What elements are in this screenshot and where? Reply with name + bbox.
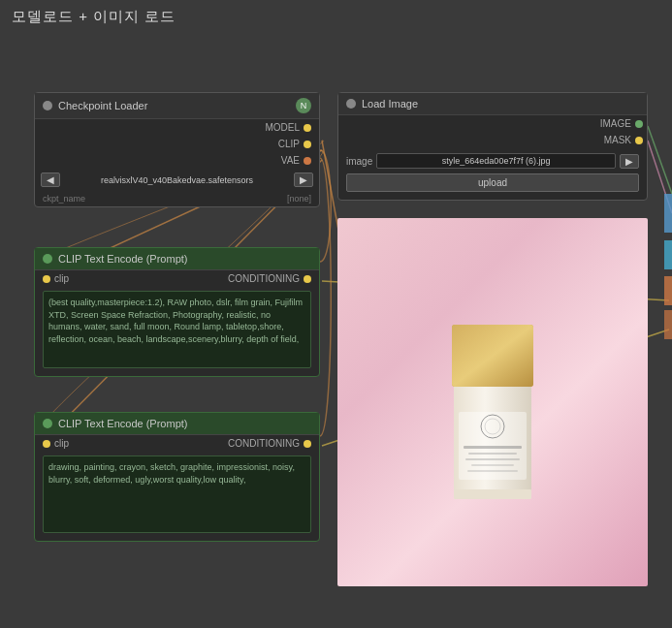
load-image-header: Load Image (338, 93, 647, 115)
next-model-button[interactable]: ▶ (294, 173, 313, 187)
image-input-label: image (346, 156, 372, 167)
svg-rect-21 (664, 240, 672, 269)
checkpoint-header: Checkpoint Loader N (35, 93, 319, 119)
clip-1-port-row: clip CONDITIONING (35, 270, 319, 287)
clip-2-header: CLIP Text Encode (Prompt) (35, 413, 319, 435)
model-output-port (304, 124, 311, 132)
clip-1-input-side: clip (43, 273, 69, 284)
vae-port-row: VAE (35, 152, 319, 169)
checkpoint-status-dot (43, 101, 52, 110)
clip-2-conditioning-label: CONDITIONING (228, 438, 300, 449)
svg-rect-17 (471, 464, 514, 466)
clip-text-encode-node-2: CLIP Text Encode (Prompt) clip CONDITION… (34, 412, 320, 542)
svg-rect-18 (467, 470, 518, 472)
vae-port-label: VAE (281, 155, 300, 166)
clip-1-status-dot (43, 254, 52, 264)
clip-1-output-side: CONDITIONING (228, 273, 311, 284)
clip-2-output-side: CONDITIONING (228, 438, 311, 449)
clip-1-output-port (304, 275, 311, 283)
clip-output-port (304, 141, 311, 148)
mask-out-port-row: MASK (338, 132, 647, 148)
image-nav-button[interactable]: ▶ (620, 154, 639, 169)
vae-output-port (304, 157, 311, 165)
clip-2-port-row: clip CONDITIONING (35, 435, 319, 452)
clip-2-status-dot (43, 419, 52, 428)
mask-output-port (635, 137, 643, 144)
svg-rect-16 (465, 458, 520, 460)
load-image-title: Load Image (362, 98, 639, 110)
clip-1-title: CLIP Text Encode (Prompt) (58, 253, 311, 265)
prev-model-button[interactable]: ◀ (41, 173, 60, 187)
model-selector-row: ◀ realvisxlV40_v40Bakedvae.safetensors ▶ (35, 169, 319, 191)
image-out-port-row: IMAGE (338, 115, 647, 132)
example-label: ckpt_name (43, 194, 85, 204)
load-image-status-dot (346, 99, 356, 109)
svg-rect-14 (464, 446, 522, 449)
image-out-label: IMAGE (600, 118, 631, 129)
clip-2-input-label: clip (54, 438, 69, 449)
svg-rect-22 (664, 276, 672, 305)
mask-out-label: MASK (604, 135, 631, 145)
clip-1-input-port (43, 275, 50, 283)
clip-2-output-port (304, 440, 311, 448)
image-output-port (635, 120, 643, 128)
clip-1-header: CLIP Text Encode (Prompt) (35, 248, 319, 270)
load-image-node: Load Image IMAGE MASK image style_664eda… (337, 92, 648, 201)
image-filename-display: style_664eda00e7f7f (6).jpg (376, 153, 616, 169)
clip-1-conditioning-label: CONDITIONING (228, 273, 300, 284)
clip-2-title: CLIP Text Encode (Prompt) (58, 418, 311, 429)
image-select-row: image style_664eda00e7f7f (6).jpg ▶ (338, 148, 647, 173)
page-title: 모델로드 + 이미지 로드 (12, 8, 176, 26)
clip-2-input-port (43, 440, 50, 448)
clip-2-input-side: clip (43, 438, 69, 449)
clip-text-encode-node-1: CLIP Text Encode (Prompt) clip CONDITION… (34, 247, 320, 377)
svg-rect-19 (454, 489, 531, 499)
svg-rect-10 (452, 325, 533, 387)
svg-rect-15 (468, 453, 517, 455)
upload-button[interactable]: upload (346, 173, 639, 192)
clip-1-text-area[interactable]: (best quality,masterpiece:1.2), RAW phot… (43, 291, 311, 368)
clip-2-text-area[interactable]: drawing, painting, crayon, sketch, graph… (43, 455, 311, 533)
product-bottle-svg (425, 267, 560, 538)
svg-line-5 (648, 126, 672, 194)
image-preview (337, 218, 648, 586)
svg-rect-20 (664, 194, 672, 233)
model-port-label: MODEL (265, 122, 300, 133)
example-row: ckpt_name [none] (35, 191, 319, 206)
none-label: [none] (287, 194, 311, 204)
svg-rect-23 (664, 310, 672, 339)
checkpoint-icon: N (296, 98, 311, 113)
checkpoint-loader-node: Checkpoint Loader N MODEL CLIP VAE ◀ rea… (34, 92, 320, 207)
model-port-row: MODEL (35, 119, 319, 136)
svg-line-6 (648, 141, 672, 213)
clip-1-input-label: clip (54, 273, 69, 284)
model-filename: realvisxlV40_v40Bakedvae.safetensors (64, 175, 290, 185)
checkpoint-title: Checkpoint Loader (58, 100, 290, 111)
clip-port-row: CLIP (35, 136, 319, 152)
clip-port-label: CLIP (278, 139, 300, 149)
